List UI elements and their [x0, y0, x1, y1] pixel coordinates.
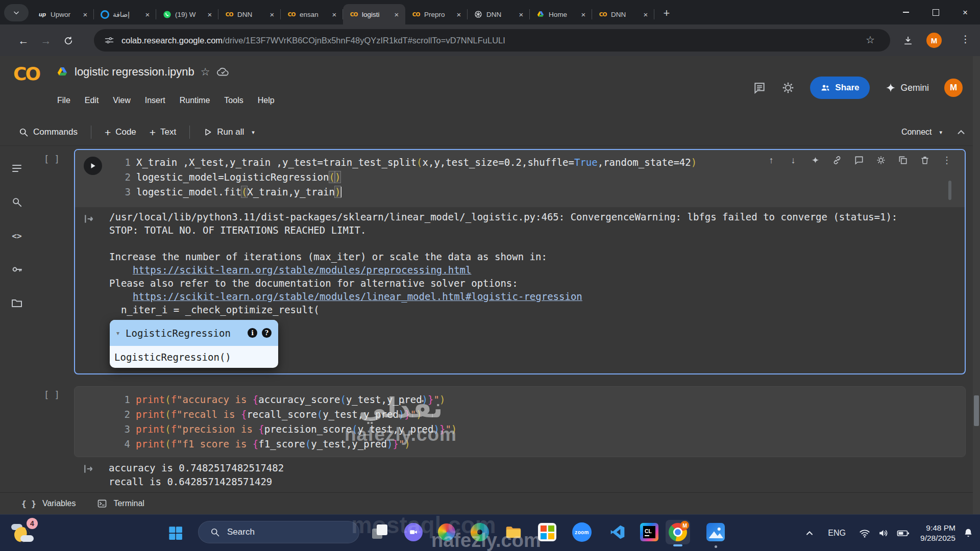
- volume-icon[interactable]: [878, 528, 889, 539]
- back-button[interactable]: ←: [16, 34, 31, 48]
- colorful-circle-app[interactable]: [436, 522, 457, 542]
- colab-profile-avatar[interactable]: M: [944, 79, 963, 97]
- microsoft-store-button[interactable]: [537, 522, 557, 542]
- code-line[interactable]: 4print(f"f1 score is {f1_score(y_test,y_…: [124, 437, 955, 452]
- task-view-button[interactable]: [370, 522, 390, 542]
- close-button[interactable]: ×: [950, 0, 980, 24]
- taskbar-search[interactable]: Search: [198, 521, 359, 543]
- weather-widget[interactable]: 4: [11, 520, 38, 546]
- find-replace-icon[interactable]: [10, 195, 24, 209]
- output-link[interactable]: https://scikit-learn.org/stable/modules/…: [133, 291, 582, 302]
- wifi-icon[interactable]: [859, 528, 870, 539]
- code-line[interactable]: 2print(f"recall is {recall_score(y_test,…: [124, 407, 955, 422]
- page-scrollbar-thumb[interactable]: [974, 395, 979, 426]
- move-cell-down-icon[interactable]: ↓: [788, 155, 799, 166]
- reload-button[interactable]: [61, 34, 76, 48]
- zoom-app-button[interactable]: zoom: [572, 522, 592, 542]
- menu-view[interactable]: View: [113, 96, 130, 105]
- language-indicator[interactable]: ENG: [828, 529, 846, 538]
- info-icon[interactable]: i: [248, 328, 257, 338]
- forward-button[interactable]: →: [39, 34, 53, 48]
- clion-button[interactable]: CL: [639, 522, 659, 542]
- gemini-button[interactable]: Gemini: [885, 82, 929, 93]
- code-line[interactable]: 1print(f"accuracy is {accuracy_score(y_t…: [124, 392, 955, 407]
- code-line[interactable]: 3logestic_model.fit(X_train,y_train): [124, 185, 954, 199]
- tab-search-button[interactable]: [4, 4, 29, 21]
- chevron-down-icon[interactable]: ▾: [116, 330, 119, 337]
- run-cell-button[interactable]: [84, 157, 102, 175]
- commands-button[interactable]: Commands: [18, 127, 78, 137]
- tray-chevron-up-icon[interactable]: [804, 528, 815, 538]
- url-input[interactable]: colab.research.google.com/drive/1E3F7WVr…: [94, 29, 890, 52]
- browser-menu-button[interactable]: ⋮: [961, 33, 970, 45]
- visual-studio-button[interactable]: [607, 522, 628, 542]
- tab-close-icon[interactable]: ×: [392, 10, 401, 19]
- tab-close-icon[interactable]: ×: [81, 10, 90, 19]
- collapse-header-icon[interactable]: [955, 127, 967, 138]
- run-all-button[interactable]: Run all ▾: [203, 127, 254, 137]
- add-text-cell-button[interactable]: +Text: [150, 127, 176, 138]
- comment-icon[interactable]: [853, 155, 865, 166]
- output-link[interactable]: https://scikit-learn.org/stable/modules/…: [133, 264, 471, 276]
- page-scrollbar[interactable]: [973, 56, 980, 514]
- move-cell-up-icon[interactable]: ↑: [766, 155, 777, 166]
- battery-icon[interactable]: [897, 527, 910, 540]
- settings-gear-icon[interactable]: [781, 81, 795, 94]
- copy-cell-icon[interactable]: [897, 155, 909, 166]
- browser-tab[interactable]: COensan×: [281, 4, 343, 24]
- browser-tab[interactable]: upUpwor×: [32, 4, 94, 24]
- code-cell-1[interactable]: 1X_train ,X_test,y_train ,y_test=train_t…: [74, 149, 966, 374]
- output-options-icon[interactable]: [83, 462, 96, 475]
- cell1-editor[interactable]: 1X_train ,X_test,y_train ,y_test=train_t…: [75, 150, 965, 207]
- menu-insert[interactable]: Insert: [145, 96, 165, 105]
- terminal-button[interactable]: Terminal: [97, 498, 144, 509]
- tab-close-icon[interactable]: ×: [205, 10, 214, 19]
- media-disc-app[interactable]: [470, 522, 490, 542]
- browser-profile-avatar[interactable]: M: [926, 33, 942, 48]
- star-notebook-icon[interactable]: ☆: [201, 66, 210, 78]
- tab-close-icon[interactable]: ×: [143, 10, 152, 19]
- connect-button[interactable]: Connect▾: [901, 128, 942, 137]
- cell2-exec-indicator[interactable]: [ ]: [44, 390, 60, 400]
- chevron-down-icon[interactable]: ▾: [252, 129, 255, 136]
- minimize-button[interactable]: [891, 0, 921, 24]
- tab-close-icon[interactable]: ×: [267, 10, 277, 19]
- notebook-title[interactable]: logistic regression.ipynb: [75, 65, 194, 79]
- cell-settings-gear-icon[interactable]: [875, 155, 887, 166]
- menu-edit[interactable]: Edit: [85, 96, 99, 105]
- bookmark-star-icon[interactable]: ☆: [866, 34, 875, 46]
- browser-tab[interactable]: DNN×: [468, 4, 530, 24]
- downloads-button[interactable]: [901, 34, 915, 48]
- tab-close-icon[interactable]: ×: [579, 10, 588, 19]
- autocomplete-popup-header[interactable]: ▾ LogisticRegression i ?: [110, 320, 278, 346]
- variables-button[interactable]: { } Variables: [21, 499, 76, 509]
- tab-close-icon[interactable]: ×: [641, 10, 650, 19]
- share-button[interactable]: Share: [810, 77, 869, 99]
- menu-help[interactable]: Help: [258, 96, 275, 105]
- secrets-key-icon[interactable]: [10, 262, 24, 277]
- menu-runtime[interactable]: Runtime: [180, 96, 210, 105]
- chrome-app-button[interactable]: M: [666, 520, 690, 544]
- browser-tab[interactable]: COlogisti×: [343, 4, 405, 24]
- output-options-icon[interactable]: [83, 212, 96, 226]
- tab-close-icon[interactable]: ×: [330, 10, 339, 19]
- delete-cell-icon[interactable]: [919, 155, 930, 166]
- code-cell-2[interactable]: 1print(f"accuracy is {accuracy_score(y_t…: [74, 386, 966, 457]
- file-explorer-button[interactable]: [503, 522, 524, 542]
- cell1-exec-indicator[interactable]: [ ]: [44, 154, 60, 164]
- autocomplete-suggestion[interactable]: LogisticRegression(): [110, 346, 278, 368]
- taskbar-clock[interactable]: 9:48 PM 9/28/2025: [920, 523, 955, 543]
- files-folder-icon[interactable]: [10, 296, 24, 310]
- browser-tab[interactable]: COPrepro×: [405, 4, 468, 24]
- video-chat-app[interactable]: [403, 522, 424, 542]
- photos-app-button[interactable]: [705, 522, 726, 542]
- editor-scrollbar-thumb[interactable]: [948, 181, 951, 200]
- code-line[interactable]: 2logestic_model=LogisticRegression(): [124, 170, 954, 185]
- browser-tab[interactable]: (19) W×: [156, 4, 218, 24]
- browser-tab[interactable]: إضافة×: [94, 4, 156, 24]
- tab-close-icon[interactable]: ×: [454, 10, 463, 19]
- link-icon[interactable]: [831, 155, 843, 166]
- site-info-icon[interactable]: [104, 35, 114, 45]
- tab-close-icon[interactable]: ×: [517, 10, 526, 19]
- help-icon[interactable]: ?: [262, 328, 272, 338]
